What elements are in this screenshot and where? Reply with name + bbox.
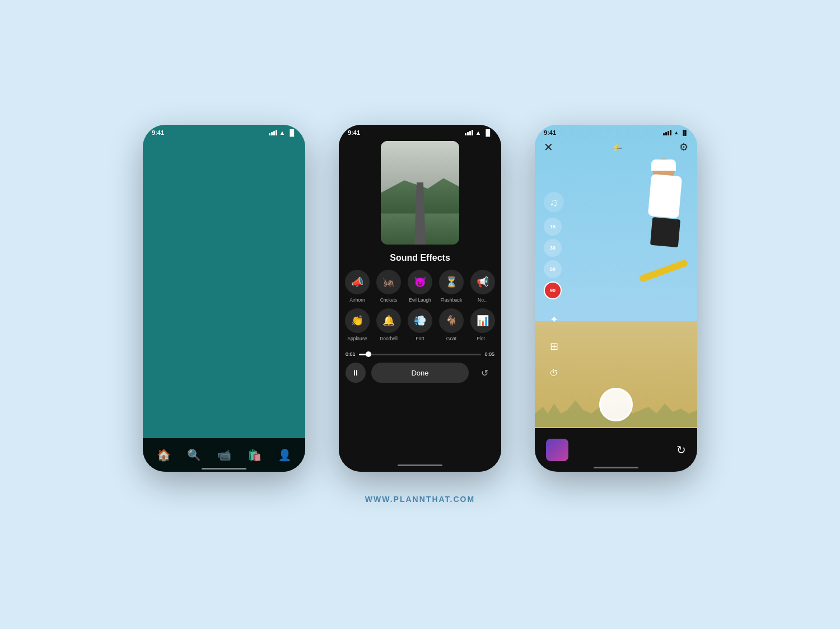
- evil-laugh-label: Evil Laugh: [409, 297, 431, 303]
- phone3-bottom-bar: ↻: [535, 428, 697, 472]
- nav-home-icon[interactable]: 🏠: [157, 448, 171, 462]
- applause-icon: 👏: [345, 308, 370, 333]
- effects-grid-row1: 📣 Airhorn 🦗 Crickets 😈 Evil Laugh ⏳ Flas…: [339, 270, 501, 303]
- music-button[interactable]: ♫: [544, 192, 564, 212]
- doorbell-icon: 🔔: [376, 308, 401, 333]
- fart-icon: 💨: [408, 308, 432, 333]
- status-bar-2: 9:41 ▲ ▐▌: [339, 125, 501, 138]
- goat-icon: 🐐: [439, 308, 464, 333]
- wifi-icon-3: ▲: [674, 130, 679, 135]
- pause-button[interactable]: ⏸: [346, 363, 366, 383]
- time-start: 0:01: [346, 351, 356, 357]
- sparkles-icon[interactable]: ✦: [544, 309, 564, 330]
- effect-doorbell[interactable]: 🔔 Doorbell: [375, 308, 403, 341]
- effect-fart[interactable]: 💨 Fart: [406, 308, 434, 341]
- camera-tools: ✦ ⊞ ⏱: [544, 309, 564, 383]
- nav-search-icon[interactable]: 🔍: [187, 448, 201, 462]
- timer-90-active[interactable]: 90: [544, 281, 562, 299]
- footer-url: WWW.PLANNTHAT.COM: [365, 495, 475, 504]
- phone2-inner: 9:41 ▲ ▐▌ Sound Effects: [339, 125, 501, 472]
- status-time-1: 9:41: [152, 129, 164, 136]
- effect-airhorn[interactable]: 📣 Airhorn: [343, 270, 371, 303]
- effect-flashback[interactable]: ⏳ Flashback: [437, 270, 465, 303]
- effect-applause[interactable]: 👏 Applause: [343, 308, 371, 341]
- nav-reels-icon[interactable]: 📹: [217, 448, 231, 462]
- shutter-button[interactable]: [599, 388, 633, 421]
- video-preview: [381, 141, 459, 245]
- shutter-area: [599, 388, 633, 421]
- applause-label: Applause: [347, 336, 367, 341]
- phones-container: 9:41 ▲ ▐▌ Reels 📷: [143, 125, 697, 472]
- effect-plot[interactable]: 📊 Plot...: [469, 308, 497, 341]
- status-icons-3: ▲ ▐▌: [663, 130, 688, 135]
- settings-icon[interactable]: ⚙: [679, 141, 688, 153]
- nav-profile-icon[interactable]: 👤: [278, 448, 292, 462]
- home-indicator-3: [594, 467, 638, 468]
- camera-top-bar: ✕ ⚡̶ ⚙: [535, 140, 697, 154]
- progress-thumb: [366, 351, 371, 357]
- wifi-icon-2: ▲: [475, 129, 482, 136]
- home-indicator-2: [398, 464, 442, 466]
- phone-camera: 9:41 ▲ ▐▌ ✕ ⚡̶ ⚙ ♫ 15 30: [535, 125, 697, 472]
- no-icon: 📢: [470, 270, 495, 294]
- timer-15[interactable]: 15: [544, 218, 562, 236]
- signal-icon-2: [465, 130, 473, 135]
- close-button[interactable]: ✕: [544, 140, 553, 154]
- gallery-thumbnail[interactable]: [546, 439, 568, 461]
- status-icons-1: ▲ ▐▌: [269, 129, 296, 136]
- evil-laugh-icon: 😈: [408, 270, 432, 294]
- airhorn-label: Airhorn: [349, 297, 365, 303]
- effect-evil-laugh[interactable]: 😈 Evil Laugh: [406, 270, 434, 303]
- signal-icon-1: [269, 130, 277, 135]
- signal-icon-3: [663, 130, 671, 135]
- status-bar-3: 9:41 ▲ ▐▌: [535, 125, 697, 138]
- battery-icon-2: ▐▌: [483, 129, 492, 136]
- status-time-2: 9:41: [348, 129, 360, 136]
- airhorn-icon: 📣: [345, 270, 370, 294]
- status-icons-2: ▲ ▐▌: [465, 129, 492, 136]
- timeline-bar[interactable]: 0:01 0:05: [346, 351, 494, 357]
- progress-track[interactable]: [359, 354, 482, 355]
- flip-camera-icon[interactable]: ↻: [676, 443, 686, 457]
- timer-60[interactable]: 60: [544, 260, 562, 278]
- done-button[interactable]: Done: [371, 363, 469, 383]
- goat-label: Goat: [446, 336, 456, 341]
- flash-off-icon[interactable]: ⚡̶: [611, 142, 622, 153]
- phone3-inner: 9:41 ▲ ▐▌ ✕ ⚡̶ ⚙ ♫ 15 30: [535, 125, 697, 472]
- nav-shop-icon[interactable]: 🛍️: [248, 448, 262, 462]
- grid-icon[interactable]: ⊞: [544, 336, 564, 356]
- skater-figure: [630, 158, 680, 269]
- battery-icon-3: ▐▌: [681, 130, 688, 135]
- effects-grid-row2: 👏 Applause 🔔 Doorbell 💨 Fart 🐐 Goat 📊: [339, 308, 501, 341]
- time-end: 0:05: [484, 351, 494, 357]
- no-label: No...: [478, 297, 488, 303]
- timeline-area: 0:01 0:05: [339, 351, 501, 363]
- phone2-controls: ⏸ Done ↺: [339, 363, 501, 383]
- battery-icon-1: ▐▌: [287, 129, 296, 136]
- footer: WWW.PLANNTHAT.COM: [365, 494, 475, 504]
- bottom-nav: 🏠 🔍 📹 🛍️ 👤: [143, 438, 305, 472]
- reset-button[interactable]: ↺: [474, 363, 494, 383]
- status-time-3: 9:41: [544, 129, 556, 136]
- fart-label: Fart: [416, 336, 424, 341]
- plot-label: Plot...: [477, 336, 489, 341]
- phone-sound-effects: 9:41 ▲ ▐▌ Sound Effects: [339, 125, 501, 472]
- crickets-label: Crickets: [380, 297, 398, 303]
- plot-icon: 📊: [470, 308, 495, 333]
- effect-goat[interactable]: 🐐 Goat: [437, 308, 465, 341]
- status-bar-1: 9:41 ▲ ▐▌: [143, 125, 305, 138]
- effect-crickets[interactable]: 🦗 Crickets: [375, 270, 403, 303]
- effect-no[interactable]: 📢 No...: [469, 270, 497, 303]
- doorbell-label: Doorbell: [380, 336, 398, 341]
- timer-options: 15 30 60 90: [544, 218, 562, 299]
- home-indicator-1: [202, 468, 246, 470]
- timer-30[interactable]: 30: [544, 239, 562, 257]
- crickets-icon: 🦗: [376, 270, 401, 294]
- phone-reels: 9:41 ▲ ▐▌ Reels 📷: [143, 125, 305, 472]
- wifi-icon-1: ▲: [279, 129, 286, 136]
- flashback-icon: ⏳: [439, 270, 464, 294]
- flashback-label: Flashback: [441, 297, 463, 303]
- sound-effects-title: Sound Effects: [339, 253, 501, 263]
- timer-icon[interactable]: ⏱: [544, 363, 564, 383]
